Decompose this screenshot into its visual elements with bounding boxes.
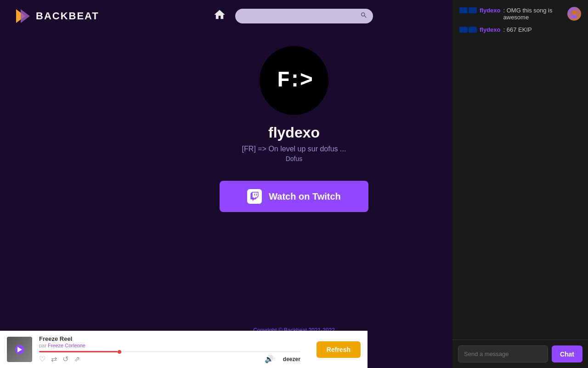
chat-flags-1 [459, 7, 477, 13]
home-button[interactable] [213, 8, 226, 24]
stream-game: Dofus [286, 155, 303, 162]
deezer-player: Freeze Reel par Freeze Corleone ♡ ⇄ ↺ ⇗ … [0, 331, 368, 368]
deezer-shuffle-icon[interactable]: ⇄ [51, 355, 57, 363]
deezer-progress-bar[interactable] [39, 351, 300, 352]
deezer-share-icon[interactable]: ⇗ [74, 355, 80, 363]
flag-fr-2 [459, 27, 468, 33]
logo-text: BACKBEAT [36, 10, 99, 22]
logo-area: BACKBEAT [14, 7, 99, 25]
flag-eu-2 [469, 27, 477, 33]
chat-username-1: flydexo [480, 7, 501, 14]
flag-fr [459, 7, 468, 13]
streamer-name: flydexo [268, 124, 320, 141]
chat-send-button[interactable]: Chat [552, 345, 582, 362]
svg-point-5 [571, 15, 577, 18]
header-center [99, 8, 487, 24]
chat-text-1: : OMG this song is awesome [503, 7, 565, 21]
chat-avatar-right [567, 7, 581, 21]
search-wrapper [235, 9, 373, 23]
chat-panel: flydexo : OMG this song is awesome flyde… [452, 0, 588, 368]
deezer-logo: deezer [283, 356, 300, 362]
chat-username-2: flydexo [480, 26, 501, 33]
svg-marker-3 [17, 347, 22, 352]
deezer-track-name: Freeze Reel [39, 335, 300, 342]
avatar-text: F:> [277, 68, 311, 93]
watch-button-label: Watch on Twitch [269, 191, 341, 202]
deezer-progress-fill [39, 351, 118, 352]
refresh-button[interactable]: Refresh [317, 341, 361, 358]
svg-point-4 [572, 11, 576, 14]
deezer-volume-icon[interactable]: 🔊 [265, 355, 274, 363]
deezer-artist-name: par Freeze Corleone [39, 342, 300, 349]
chat-text-2: : 667 EKIP [503, 26, 532, 33]
watch-on-twitch-button[interactable]: Watch on Twitch [220, 181, 368, 212]
deezer-repeat-icon[interactable]: ↺ [62, 355, 68, 363]
stream-title: [FR] => On level up sur dofus ... [242, 145, 346, 153]
deezer-like-icon[interactable]: ♡ [39, 355, 45, 363]
logo-icon [14, 7, 32, 25]
chat-message-1: flydexo : OMG this song is awesome [459, 7, 581, 21]
deezer-progress-dot [118, 350, 121, 354]
deezer-controls: ♡ ⇄ ↺ ⇗ 🔊 deezer [39, 355, 300, 363]
flag-eu [469, 7, 477, 13]
deezer-thumbnail [7, 337, 32, 362]
deezer-info: Freeze Reel par Freeze Corleone ♡ ⇄ ↺ ⇗ … [39, 335, 300, 363]
chat-message-input[interactable] [458, 345, 548, 362]
twitch-icon [247, 189, 262, 204]
search-input[interactable] [235, 9, 373, 23]
chat-messages: flydexo : OMG this song is awesome flyde… [452, 0, 588, 339]
search-icon[interactable] [360, 12, 368, 21]
chat-flags-2 [459, 27, 477, 33]
profile-avatar: F:> [260, 46, 328, 115]
chat-input-area: Chat [452, 339, 588, 368]
svg-marker-1 [21, 9, 30, 23]
deezer-play-icon [15, 345, 24, 354]
chat-message-2: flydexo : 667 EKIP [459, 26, 581, 33]
